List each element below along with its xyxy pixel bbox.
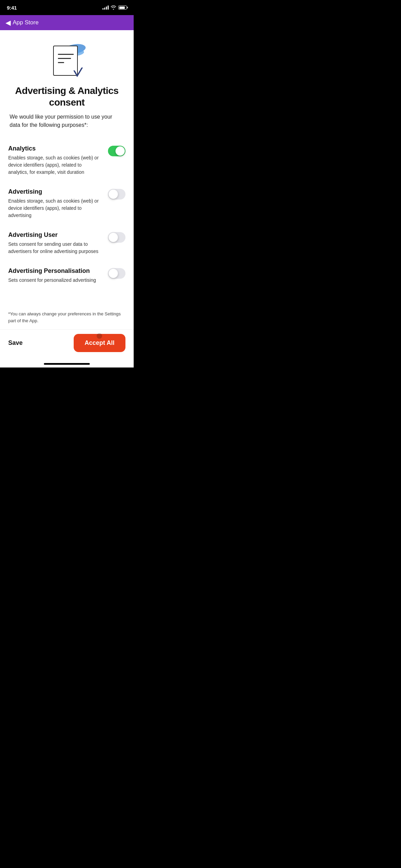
advertising-user-toggle[interactable] bbox=[108, 232, 125, 243]
status-time: 9:41 bbox=[7, 5, 17, 11]
consent-item-advertising-user: Advertising User Sets consent for sendin… bbox=[8, 225, 125, 261]
home-indicator bbox=[0, 363, 134, 367]
consent-item-advertising: Advertising Enables storage, such as coo… bbox=[8, 182, 125, 225]
analytics-toggle[interactable] bbox=[108, 146, 125, 156]
advertising-personalisation-title: Advertising Personalisation bbox=[8, 267, 102, 275]
content-spacer bbox=[8, 290, 125, 304]
analytics-description: Enables storage, such as cookies (web) o… bbox=[8, 154, 102, 176]
page-subtitle: We would like your permission to use you… bbox=[8, 113, 125, 129]
wifi-icon bbox=[111, 5, 116, 10]
consent-list: Analytics Enables storage, such as cooki… bbox=[8, 139, 125, 290]
hero-illustration bbox=[8, 30, 125, 85]
advertising-user-description: Sets consent for sending user data to ad… bbox=[8, 241, 102, 255]
back-button[interactable]: ◀ App Store bbox=[5, 19, 39, 26]
consent-item-advertising-personalisation: Advertising Personalisation Sets consent… bbox=[8, 261, 125, 290]
consent-item-analytics: Analytics Enables storage, such as cooki… bbox=[8, 139, 125, 182]
scroll-content: Advertising & Analytics consent We would… bbox=[0, 30, 134, 329]
action-bar: Save Accept All bbox=[0, 329, 134, 363]
status-bar: 9:41 bbox=[0, 0, 134, 15]
nav-bar: ◀ App Store bbox=[0, 15, 134, 30]
document-icon bbox=[48, 41, 86, 79]
signal-bars-icon bbox=[102, 5, 109, 10]
advertising-title: Advertising bbox=[8, 188, 102, 195]
footnote: *You can always change your preferences … bbox=[8, 304, 125, 329]
content-area: Advertising & Analytics consent We would… bbox=[0, 30, 134, 367]
advertising-personalisation-toggle[interactable] bbox=[108, 268, 125, 279]
advertising-toggle[interactable] bbox=[108, 189, 125, 200]
back-label: App Store bbox=[13, 19, 39, 26]
advertising-user-title: Advertising User bbox=[8, 231, 102, 239]
battery-icon bbox=[118, 5, 127, 10]
advertising-description: Enables storage, such as cookies (web) o… bbox=[8, 197, 102, 219]
accept-all-button[interactable]: Accept All bbox=[74, 334, 125, 352]
save-button[interactable]: Save bbox=[8, 336, 23, 350]
status-icons bbox=[102, 5, 127, 10]
analytics-title: Analytics bbox=[8, 145, 102, 152]
back-chevron-icon: ◀ bbox=[5, 19, 11, 26]
advertising-personalisation-description: Sets consent for personalized advertisin… bbox=[8, 277, 102, 284]
home-bar bbox=[44, 363, 90, 365]
page-title: Advertising & Analytics consent bbox=[8, 85, 125, 108]
